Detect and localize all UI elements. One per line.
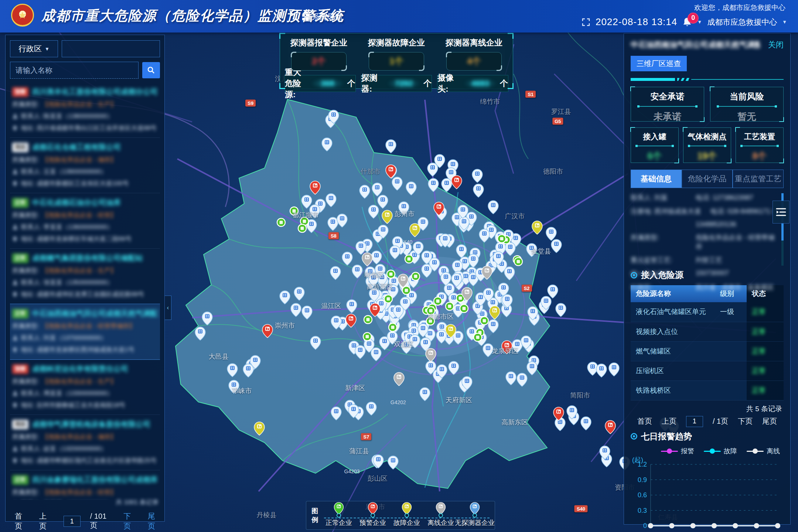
pager-page-input[interactable]	[686, 416, 703, 427]
map-pin-company[interactable]	[505, 242, 515, 256]
map-pin-company[interactable]	[488, 320, 498, 333]
map-pin-yellow[interactable]	[382, 210, 392, 224]
map-pin-company[interactable]	[356, 241, 366, 255]
map-pin-red[interactable]	[386, 165, 396, 178]
map-pin-company[interactable]	[399, 202, 409, 215]
map-pin-company[interactable]	[488, 201, 498, 214]
map-pin-gray[interactable]	[426, 348, 436, 362]
map-pin-normal[interactable]	[460, 304, 468, 313]
map-pin-normal[interactable]	[364, 316, 372, 324]
map-pin-company[interactable]	[546, 227, 556, 241]
district-filter-select[interactable]: 行政区 ▼	[10, 40, 58, 57]
map-pin-company[interactable]	[468, 254, 478, 267]
map-pin-gray[interactable]	[362, 253, 372, 266]
map-pin-company[interactable]	[347, 300, 357, 313]
map-pin-company[interactable]	[479, 229, 490, 242]
pager-last[interactable]: 尾页	[148, 511, 163, 531]
pager-next[interactable]: 下页	[123, 511, 138, 531]
map-pin-yellow[interactable]	[410, 224, 420, 237]
map-pin-company[interactable]	[406, 182, 416, 195]
map-pin-company[interactable]	[420, 388, 430, 401]
map-pin-company[interactable]	[472, 169, 482, 183]
map-pin-normal[interactable]	[474, 333, 482, 341]
map-pin-red[interactable]	[605, 420, 615, 434]
legend-item-故障[interactable]: 故障	[704, 447, 737, 456]
3d-plant-patrol-button[interactable]: 三维厂区巡查	[631, 56, 687, 71]
map-pin-company[interactable]	[368, 205, 379, 218]
map-pin-red[interactable]	[346, 314, 356, 327]
search-input[interactable]	[10, 62, 139, 79]
table-row[interactable]: 燃气储罐区正常	[631, 341, 784, 361]
pager-first[interactable]: 首页	[637, 416, 652, 426]
map-pin-normal[interactable]	[412, 272, 420, 280]
district-value-input[interactable]	[62, 40, 160, 57]
panel-collapse-button[interactable]	[773, 201, 790, 224]
map-pin-company[interactable]	[556, 303, 566, 317]
tab-基础信息[interactable]: 基础信息	[631, 170, 682, 188]
map-pin-normal[interactable]	[363, 332, 371, 341]
map-pin-normal[interactable]	[514, 258, 522, 266]
map-pin-company[interactable]	[310, 336, 321, 349]
map-pin-normal[interactable]	[446, 302, 454, 310]
map-pin-normal[interactable]	[498, 235, 506, 243]
map-pin-company[interactable]	[352, 265, 362, 278]
map-pin-company[interactable]	[506, 372, 516, 385]
map-pin-company[interactable]	[227, 364, 238, 377]
map-pin-company[interactable]	[390, 246, 400, 259]
pager-next[interactable]: 下页	[738, 416, 753, 426]
map-pin-normal[interactable]	[387, 270, 395, 278]
map-pin-company[interactable]	[280, 291, 290, 304]
close-panel-link[interactable]: 关闭	[768, 40, 784, 50]
map-pin-yellow[interactable]	[490, 306, 500, 319]
map-pin-red[interactable]	[502, 341, 512, 354]
fullscreen-icon[interactable]	[582, 18, 590, 27]
pager-prev[interactable]: 上页	[662, 416, 676, 426]
map-pin-company[interactable]	[330, 266, 341, 280]
map-pin-company[interactable]	[427, 163, 438, 176]
map-pin-company[interactable]	[359, 185, 370, 198]
map-pin-company[interactable]	[473, 184, 484, 197]
notification-bell[interactable]: 0	[682, 17, 692, 27]
map-pin-company[interactable]	[294, 287, 304, 300]
map-pin-company[interactable]	[322, 138, 332, 151]
company-list-item[interactable]: 离线成都石化仓储工程有限公司所属类型:【危险化学品企业 - 储存】联系人: 王某…	[10, 138, 160, 193]
pager-first[interactable]: 首页	[15, 511, 30, 531]
map-pin-company[interactable]	[229, 380, 239, 393]
map-pin-normal[interactable]	[427, 307, 435, 315]
map-pin-company[interactable]	[596, 364, 607, 377]
map-pin-company[interactable]	[386, 140, 396, 153]
map-pin-company[interactable]	[441, 178, 452, 192]
map-pin-company[interactable]	[355, 345, 365, 359]
pager-last[interactable]: 尾页	[762, 416, 777, 426]
map-pin-company[interactable]	[371, 251, 382, 264]
map-pin-company[interactable]	[456, 245, 467, 258]
map-pin-normal[interactable]	[405, 255, 413, 263]
map-pin-company[interactable]	[526, 243, 537, 257]
map-pin-normal[interactable]	[290, 207, 298, 215]
company-list-item[interactable]: 正常四川金象赛瑞化工股份有限公司成都库所属类型:【危险化学品企业 - 经营】联系…	[10, 470, 160, 500]
map-pin-red[interactable]	[451, 175, 462, 189]
map-pin-company[interactable]	[388, 456, 398, 469]
map-pin-normal[interactable]	[277, 218, 285, 226]
map-pin-company[interactable]	[504, 267, 515, 280]
company-list-item[interactable]: 正常中石化成都石油分公司油库所属类型:【危险化学品企业 - 经营】联系人: 李某…	[10, 193, 160, 249]
table-row[interactable]: 压缩机区正常	[631, 361, 784, 381]
legend-item-报警[interactable]: 报警	[661, 447, 694, 456]
map-pin-company[interactable]	[436, 330, 447, 343]
map-pin-company[interactable]	[392, 177, 402, 190]
company-list-item[interactable]: 预警成都科宏达化学有限责任公司所属类型:【危险化学品企业 - 生产】联系人: 周…	[10, 359, 160, 415]
map-pin-normal[interactable]	[480, 317, 488, 325]
map-pin-company[interactable]	[243, 364, 253, 377]
map-pin-red[interactable]	[262, 324, 273, 338]
system-nav-button[interactable]: 系统导航	[302, 12, 343, 22]
map-pin-company[interactable]	[366, 402, 376, 415]
tab-重点监管工艺[interactable]: 重点监管工艺	[733, 170, 784, 188]
map-pin-company[interactable]	[195, 327, 205, 340]
map-pin-company[interactable]	[331, 407, 341, 420]
map-pin-company[interactable]	[609, 363, 619, 376]
map-pin-yellow[interactable]	[532, 221, 542, 234]
map-pin-company[interactable]	[202, 312, 212, 325]
map-pin-company[interactable]	[372, 183, 382, 196]
map-pin-company[interactable]	[548, 285, 558, 298]
map-pin-company[interactable]	[302, 306, 312, 319]
